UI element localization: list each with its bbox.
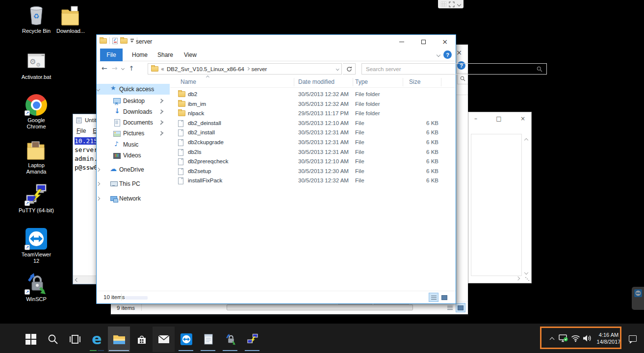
taskbar-file-explorer-button[interactable]: [108, 327, 130, 352]
back-button[interactable]: ←: [102, 64, 107, 72]
chevron-down-icon[interactable]: [96, 87, 100, 91]
recent-locations-dropdown[interactable]: [121, 66, 125, 70]
sidebar-item-onedrive[interactable]: OneDrive: [97, 164, 170, 175]
file-row[interactable]: db2prereqcheck30/5/2013 12:10 AMFile6 KB: [170, 157, 455, 167]
grid-icon[interactable]: [441, 1, 446, 7]
taskbar-winscp-button[interactable]: [219, 327, 241, 352]
scroll-left-icon[interactable]: [75, 278, 79, 282]
desktop-icon-teamviewer[interactable]: ↗ TeamViewer 12: [19, 227, 54, 264]
thumbnails-view-button[interactable]: [440, 293, 449, 302]
breadcrumb-current[interactable]: server: [251, 66, 267, 72]
show-hidden-icons-button[interactable]: [546, 331, 558, 346]
forward-button[interactable]: →: [112, 64, 118, 72]
menu-file[interactable]: File: [77, 127, 86, 134]
tab-share[interactable]: Share: [152, 49, 179, 61]
desktop-icon-activator-bat[interactable]: ⚙ ⚙ Activator.bat: [19, 49, 54, 80]
taskbar-edge-button[interactable]: e: [86, 327, 108, 352]
file-row[interactable]: ibm_im30/5/2013 12:32 AMFile folder: [170, 100, 455, 109]
desktop-icon-winscp[interactable]: ↗ WinSCP: [19, 271, 54, 303]
action-center-button[interactable]: [624, 331, 641, 346]
volume-icon[interactable]: [581, 331, 593, 346]
teamviewer-tray-icon[interactable]: [558, 331, 569, 346]
sidebar-item-pictures[interactable]: Pictures: [97, 128, 170, 139]
horizontal-scrollbar-fragment[interactable]: [227, 304, 413, 310]
properties-button[interactable]: [112, 38, 118, 44]
resize-grip[interactable]: [525, 277, 529, 281]
sidebar-item-downloads[interactable]: Downloads: [97, 106, 170, 117]
tab-home[interactable]: Home: [126, 49, 154, 61]
column-size[interactable]: Size: [409, 78, 420, 85]
tab-view[interactable]: View: [178, 49, 203, 61]
column-name[interactable]: Name: [180, 78, 196, 85]
new-folder-button[interactable]: [120, 38, 128, 44]
tab-file[interactable]: File: [100, 49, 123, 61]
start-button[interactable]: [20, 327, 42, 352]
scroll-right-icon[interactable]: [516, 277, 520, 280]
breadcrumb-prefix[interactable]: «: [161, 66, 164, 73]
address-dropdown-icon[interactable]: [336, 67, 339, 70]
chevron-right-icon[interactable]: [96, 182, 100, 186]
sidebar-item-music[interactable]: Music: [97, 139, 170, 150]
taskbar-store-button[interactable]: [130, 327, 153, 352]
refresh-button[interactable]: [343, 63, 356, 75]
close-button[interactable]: ×: [434, 35, 456, 49]
teamviewer-top-toolbar-tab[interactable]: [438, 0, 464, 8]
expand-ribbon-icon[interactable]: [437, 53, 440, 57]
taskbar-mail-button[interactable]: [153, 327, 175, 352]
address-bar[interactable]: « DB2_Svr_V10.5_Linux_x86-64 server: [148, 63, 342, 75]
task-view-button[interactable]: [64, 327, 86, 352]
scroll-up-icon[interactable]: [524, 138, 528, 142]
fullscreen-icon[interactable]: [449, 1, 455, 7]
sidebar-item-quick-access[interactable]: Quick access: [97, 84, 170, 95]
help-icon[interactable]: ?: [443, 50, 452, 59]
file-row[interactable]: db2ckupgrade30/5/2013 12:31 AMFile6 KB: [170, 138, 455, 148]
file-row[interactable]: nlpack29/5/2013 11:17 PMFile folder: [170, 109, 455, 119]
customize-toolbar-dropdown[interactable]: [130, 38, 134, 43]
chevron-right-icon[interactable]: [96, 168, 100, 172]
file-row[interactable]: db230/5/2013 12:32 AMFile folder: [170, 90, 455, 100]
taskbar-notepad-button[interactable]: [197, 327, 219, 352]
search-box-fragment[interactable]: [457, 73, 468, 84]
taskbar-search-button[interactable]: [42, 327, 64, 352]
desktop-icon-download-folder[interactable]: Download...: [53, 3, 88, 34]
file-row[interactable]: installFixPack30/5/2013 12:32 AMFile6 KB: [170, 176, 455, 186]
maximize-icon[interactable]: □: [496, 115, 501, 122]
file-explorer-window[interactable]: server × File Home Share View ? ← → ↑: [96, 34, 456, 304]
sidebar-item-this-pc[interactable]: This PC: [97, 178, 170, 189]
taskbar-teamviewer-button[interactable]: [175, 327, 197, 352]
chevron-down-icon[interactable]: [457, 2, 461, 6]
minimize-icon[interactable]: –: [474, 115, 477, 122]
desktop-icon-google-chrome[interactable]: ↗ Google Chrome: [19, 92, 54, 130]
minimize-button[interactable]: [391, 35, 412, 49]
sidebar-item-videos[interactable]: Videos: [97, 150, 170, 161]
details-view-button[interactable]: [429, 293, 438, 302]
title-bar[interactable]: server ×: [97, 35, 456, 49]
thumbnails-view-button[interactable]: [456, 303, 465, 312]
right-background-window[interactable]: – □ ×: [468, 112, 532, 283]
scroll-down-icon[interactable]: [524, 271, 528, 275]
breadcrumb-root[interactable]: DB2_Svr_V10.5_Linux_x86-64: [167, 66, 244, 72]
close-icon[interactable]: ×: [456, 49, 462, 56]
file-row[interactable]: db2_install30/5/2013 12:31 AMFile6 KB: [170, 128, 455, 138]
desktop-icon-recycle-bin[interactable]: ♻ Recycle Bin: [19, 3, 54, 34]
file-row[interactable]: db2setup30/5/2013 12:30 AMFile6 KB: [170, 167, 455, 176]
chevron-right-icon[interactable]: [96, 197, 100, 201]
details-view-button[interactable]: [445, 303, 454, 312]
maximize-button[interactable]: [412, 35, 434, 49]
breadcrumb-separator-icon[interactable]: [246, 67, 249, 70]
teamviewer-side-panel-tab[interactable]: [632, 287, 644, 310]
taskbar-clock[interactable]: 4:16 AM 14/8/2017: [593, 331, 624, 345]
column-type[interactable]: Type: [355, 78, 368, 85]
sidebar-item-network[interactable]: Network: [97, 193, 170, 204]
taskbar-putty-button[interactable]: [241, 327, 263, 352]
desktop-icon-putty[interactable]: ↗ PuTTY (64-bit): [19, 182, 54, 214]
column-date-modified[interactable]: Date modified: [298, 78, 335, 85]
file-row[interactable]: db2_deinstall30/5/2013 12:10 AMFile6 KB: [170, 119, 455, 128]
sidebar-item-desktop[interactable]: Desktop: [97, 96, 170, 106]
file-row[interactable]: db2ls30/5/2013 12:31 AMFile6 KB: [170, 148, 455, 157]
sidebar-item-documents[interactable]: Documents: [97, 117, 170, 128]
search-input[interactable]: Search server: [361, 63, 547, 75]
wifi-icon[interactable]: [569, 331, 581, 346]
desktop-icon-laptop-amanda[interactable]: Laptop Amanda: [19, 137, 54, 175]
close-icon[interactable]: ×: [520, 115, 525, 122]
